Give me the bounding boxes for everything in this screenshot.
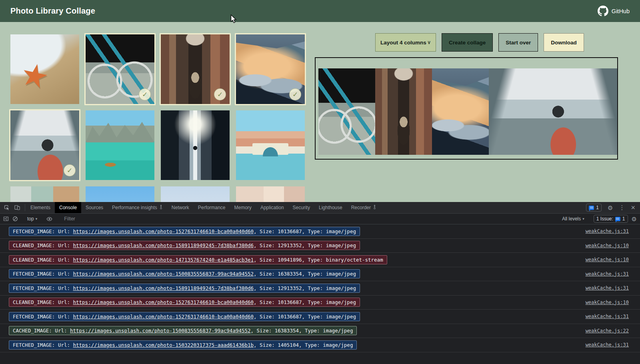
blue-sky-partial-image [86, 186, 154, 202]
photo-starfish-on-beach[interactable] [9, 33, 80, 105]
github-icon [598, 6, 608, 16]
github-link[interactable]: GitHub [598, 6, 630, 16]
console-source-link[interactable]: weakCache.js:22 [586, 328, 629, 334]
collage-image-bicycle [318, 68, 375, 155]
log-image-url-link[interactable]: https://images.unsplash.com/photo-152763… [73, 299, 254, 305]
experiment-flask-icon [373, 205, 376, 210]
experiment-flask-icon [159, 205, 163, 210]
download-button[interactable]: Download [544, 33, 584, 52]
log-image-url-link[interactable]: https://images.unsplash.com/photo-152763… [73, 228, 254, 234]
clear-console-icon[interactable] [12, 216, 18, 222]
console-log-row: CLEANED_IMAGE: Url: https://images.unspl… [0, 239, 640, 253]
photo-coastline-partial[interactable] [9, 185, 80, 202]
console-log-message: CLEANED_IMAGE: Url: https://images.unspl… [9, 255, 387, 264]
coastline-partial-image [10, 186, 79, 202]
selected-check-icon: ✓ [214, 88, 226, 100]
tab-label: Performance insights [112, 205, 157, 210]
devtools-tabs: ElementsConsoleSourcesPerformance insigh… [26, 202, 381, 213]
tab-sources[interactable]: Sources [81, 202, 108, 213]
tab-elements[interactable]: Elements [26, 202, 55, 213]
tab-console[interactable]: Console [55, 202, 81, 213]
venice-rialto-bridge-image [236, 110, 305, 180]
start-over-button[interactable]: Start over [498, 33, 538, 52]
issues-bubble-icon [615, 217, 620, 221]
log-levels-value: All levels [562, 216, 581, 222]
page-title: Photo Library Collage [10, 6, 95, 16]
tab-label: Recorder [351, 205, 371, 210]
log-image-url-link[interactable]: https://images.unsplash.com/photo-150322… [73, 342, 254, 348]
tab-memory[interactable]: Memory [230, 202, 256, 213]
log-image-url-link[interactable]: https://images.unsplash.com/photo-150083… [70, 328, 251, 334]
console-source-link[interactable]: weakCache.js:31 [586, 271, 629, 277]
photo-red-backpack-hiker[interactable]: ✓ [9, 109, 80, 181]
photo-airplane-wing-sunset[interactable]: ✓ [235, 33, 306, 105]
collage-controls: Layout 4 columns ∨ Create collage Start … [375, 33, 584, 52]
device-toolbar-icon[interactable] [14, 205, 20, 210]
console-sidebar-icon[interactable] [3, 216, 9, 222]
console-log-message: FETCHED_IMAGE: Url: https://images.unspl… [9, 340, 357, 350]
log-image-url-link[interactable]: https://images.unsplash.com/photo-150083… [73, 271, 254, 277]
collage-preview [315, 57, 618, 160]
tab-network[interactable]: Network [167, 202, 194, 213]
tab-application[interactable]: Application [256, 202, 288, 213]
tab-performance[interactable]: Performance [194, 202, 230, 213]
photo-pale-sky-partial[interactable] [160, 185, 231, 202]
devtools-settings-icon[interactable]: ⚙ [608, 205, 613, 211]
photo-mountain-lake-boats[interactable] [84, 109, 156, 181]
selected-check-icon: ✓ [139, 88, 151, 100]
issue-counter[interactable]: 1 Issue: 1 [594, 215, 628, 223]
console-log-message: CACHED_IMAGE: Url: https://images.unspla… [9, 326, 357, 335]
console-source-link[interactable]: weakCache.js:10 [586, 300, 629, 305]
devtools-panel: ElementsConsoleSourcesPerformance insigh… [0, 202, 640, 364]
photo-teal-bicycle[interactable]: ✓ [84, 33, 156, 105]
starfish-on-beach-image [10, 34, 79, 104]
photo-venice-rialto-bridge[interactable] [235, 109, 306, 181]
console-toolbar: top ▾ All levels ▾ 1 Issue: 1 [0, 214, 640, 224]
console-source-link[interactable]: weakCache.js:31 [586, 314, 629, 319]
devtools-close-icon[interactable]: × [631, 204, 635, 212]
tab-security[interactable]: Security [288, 202, 314, 213]
console-log-list: FETCHED_IMAGE: Url: https://images.unspl… [0, 224, 640, 352]
tab-recorder[interactable]: Recorder [347, 202, 381, 213]
issues-count: 1 [596, 205, 599, 210]
inspect-element-icon[interactable] [4, 205, 10, 210]
app-root: Photo Library Collage GitHub ✓✓✓✓ Layout… [0, 0, 640, 364]
console-log-row: CLEANED_IMAGE: Url: https://images.unspl… [0, 296, 640, 310]
log-levels-selector[interactable]: All levels ▾ [562, 216, 584, 222]
tab-label: Elements [30, 205, 50, 210]
devtools-menu-icon[interactable]: ⋮ [619, 204, 625, 211]
console-filter-input[interactable] [62, 215, 558, 223]
tab-label: Security [293, 205, 310, 210]
console-log-row: FETCHED_IMAGE: Url: https://images.unspl… [0, 267, 640, 282]
photo-suspension-bridge-walker[interactable] [160, 109, 231, 181]
photo-alley-backpacker[interactable]: ✓ [160, 33, 231, 105]
collage-image-hiker [489, 68, 617, 155]
console-source-link[interactable]: weakCache.js:31 [586, 228, 629, 234]
console-source-link[interactable]: weakCache.js:31 [586, 285, 629, 291]
eye-icon[interactable] [46, 216, 52, 222]
photo-pink-clouds-partial[interactable] [235, 185, 306, 202]
log-image-url-link[interactable]: https://images.unsplash.com/photo-158911… [73, 242, 254, 248]
context-value: top [27, 216, 34, 222]
log-image-url-link[interactable]: https://images.unsplash.com/photo-158911… [73, 285, 254, 291]
console-settings-icon[interactable]: ⚙ [632, 216, 637, 222]
tab-label: Console [59, 205, 77, 210]
layout-select[interactable]: Layout 4 columns ∨ [375, 33, 436, 52]
tab-performance-insights[interactable]: Performance insights [108, 202, 167, 213]
issue-count: 1 [622, 216, 625, 222]
console-log-message: FETCHED_IMAGE: Url: https://images.unspl… [9, 227, 360, 236]
pink-clouds-partial-image [236, 186, 305, 202]
log-image-url-link[interactable]: https://images.unsplash.com/photo-147135… [73, 257, 254, 263]
console-source-link[interactable]: weakCache.js:10 [586, 243, 629, 248]
console-source-link[interactable]: weakCache.js:10 [586, 257, 629, 262]
console-source-link[interactable]: weakCache.js:31 [586, 342, 629, 348]
console-log-row: FETCHED_IMAGE: Url: https://images.unspl… [0, 281, 640, 296]
log-image-url-link[interactable]: https://images.unsplash.com/photo-152763… [73, 314, 254, 320]
suspension-bridge-walker-image [161, 110, 230, 180]
create-collage-button[interactable]: Create collage [442, 33, 493, 52]
photo-blue-sky-partial[interactable] [84, 185, 156, 202]
issues-badge[interactable]: 1 [586, 204, 602, 212]
tab-lighthouse[interactable]: Lighthouse [314, 202, 347, 213]
context-selector[interactable]: top ▾ [27, 216, 37, 222]
tab-label: Network [172, 205, 189, 210]
